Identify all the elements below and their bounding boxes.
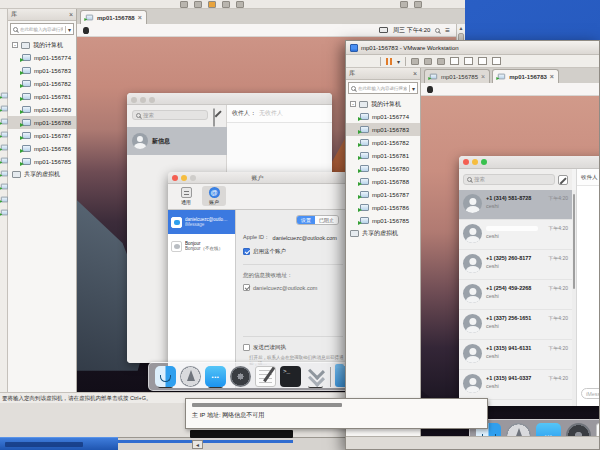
library-search[interactable]: 在此处输入内容进行搜索: [10, 23, 74, 35]
compose-icon[interactable]: [213, 108, 215, 127]
display-icon[interactable]: [379, 27, 388, 33]
close-icon[interactable]: ×: [138, 14, 142, 21]
chevron-down-icon[interactable]: [65, 26, 71, 33]
vm-tree-item[interactable]: mp01-156787: [346, 188, 420, 201]
to-placeholder[interactable]: 无收件人: [259, 109, 283, 118]
zoom-icon[interactable]: [481, 159, 487, 165]
new-message-row[interactable]: 新信息: [127, 127, 227, 155]
scrollbar-thumb[interactable]: [573, 194, 575, 289]
segment-settings[interactable]: 设置: [297, 216, 315, 224]
conversation-row[interactable]: +1 (254) 459-2268 ceshi 下午4:20: [459, 280, 572, 310]
window-titlebar[interactable]: [459, 156, 600, 169]
close-icon[interactable]: ×: [550, 73, 554, 80]
notification-center-icon[interactable]: [445, 26, 450, 35]
tab-accounts[interactable]: @ 账户: [202, 186, 226, 206]
finder-icon[interactable]: [155, 366, 176, 387]
chevron-down-icon[interactable]: [397, 58, 400, 65]
conversation-row[interactable]: +1 (325) 260-8177 ceshi 下午4:20: [459, 250, 572, 280]
send-icon[interactable]: [411, 58, 419, 65]
textedit-icon[interactable]: [255, 366, 276, 387]
clock-icon[interactable]: [424, 58, 432, 65]
conversation-row[interactable]: +1 (337) 256-1651 ceshi 下午4:20: [459, 310, 572, 340]
pause-icon[interactable]: [386, 58, 392, 65]
conversation-row[interactable]: +1 (314) 581-8728 ceshi 下午4:20: [459, 190, 572, 220]
imessage-input[interactable]: iMessage: [581, 388, 600, 399]
search-field[interactable]: 搜索: [132, 110, 208, 120]
scroll-up-icon[interactable]: ▲: [457, 24, 465, 32]
toolbar-icon[interactable]: [400, 1, 408, 8]
toolbar-icon[interactable]: [180, 1, 188, 8]
vm-tree-item[interactable]: mp01-156783: [346, 123, 420, 136]
layout-icon[interactable]: [450, 57, 459, 65]
tree-shared-vms[interactable]: 共享的虚拟机: [8, 168, 76, 180]
conversation-row[interactable]: +1 (315) 941-0337 ceshi 下午4:20: [459, 370, 572, 400]
segmented-control[interactable]: 设置 已阻止: [296, 215, 339, 225]
close-icon[interactable]: ×: [413, 71, 417, 77]
expander-icon[interactable]: [350, 101, 356, 107]
segment-blocked[interactable]: 已阻止: [315, 216, 338, 224]
window-titlebar[interactable]: 账户: [168, 172, 347, 184]
window-titlebar[interactable]: mp01-156783 - VMware Workstation: [346, 41, 599, 55]
close-icon[interactable]: ×: [481, 73, 485, 80]
vm-tree-item[interactable]: mp01-156788: [8, 116, 76, 129]
vm-tree-item[interactable]: mp01-156783: [8, 64, 76, 77]
vm-tree-item[interactable]: mp01-156782: [8, 77, 76, 90]
search-field[interactable]: 搜索: [463, 174, 555, 185]
menubar-clock[interactable]: 周三 下午4:20: [393, 26, 430, 35]
vm-tree-item[interactable]: mp01-156781: [8, 90, 76, 103]
vm-tree-item[interactable]: mp01-156780: [346, 162, 420, 175]
vm-tab[interactable]: mp01-156783 ×: [492, 69, 559, 83]
divider-icon[interactable]: [330, 367, 331, 387]
layout-icon[interactable]: [464, 57, 473, 65]
vm-tree-item[interactable]: mp01-156786: [346, 201, 420, 214]
layout-icon[interactable]: [414, 1, 422, 8]
account-row[interactable]: Bonjour Bonjour（不在线）: [168, 234, 235, 258]
vm-tab[interactable]: mp01-156785 ×: [424, 69, 490, 83]
vm-tree-item[interactable]: mp01-156785: [346, 214, 420, 227]
library-search[interactable]: 在此处输入内容进行搜索: [348, 82, 418, 94]
minimize-icon[interactable]: [472, 159, 478, 165]
vm-tree-item[interactable]: mp01-156782: [346, 136, 420, 149]
close-icon[interactable]: [131, 97, 137, 103]
windows-taskbar-button[interactable]: [0, 437, 118, 450]
apple-icon[interactable]: [83, 27, 89, 34]
snapshot-icon[interactable]: [222, 1, 230, 8]
chevron-down-icon[interactable]: [409, 85, 415, 92]
vm-tree-item[interactable]: mp01-156774: [346, 110, 420, 123]
vm-tree-item[interactable]: mp01-156786: [8, 142, 76, 155]
tree-root-my-computer[interactable]: 我的计算机: [8, 39, 76, 51]
vm-tree-item[interactable]: mp01-156785: [8, 155, 76, 168]
library-panel-header[interactable]: 库 ×: [8, 9, 76, 21]
messages-icon[interactable]: [205, 366, 226, 387]
tab-general[interactable]: 通用: [174, 186, 198, 206]
tree-shared-vms[interactable]: 共享的虚拟机: [346, 227, 420, 239]
conversation-row[interactable]: +1 (315) 941-6131 ceshi 下午4:20: [459, 340, 572, 370]
conversation-row[interactable]: ceshi 下午4:20: [459, 220, 572, 250]
toolbar-icon[interactable]: [194, 1, 202, 8]
library-panel-header[interactable]: 库 ×: [346, 68, 420, 80]
vm-tree-item[interactable]: mp01-156787: [8, 129, 76, 142]
unity-icon[interactable]: [492, 57, 501, 65]
window-titlebar[interactable]: [127, 93, 332, 105]
minimize-icon[interactable]: [140, 97, 146, 103]
tree-root-my-computer[interactable]: 我的计算机: [346, 98, 420, 110]
apple-icon[interactable]: [427, 86, 433, 93]
expander-icon[interactable]: [12, 42, 18, 48]
checkbox-address[interactable]: [243, 284, 250, 291]
scroll-left-icon[interactable]: [192, 440, 203, 449]
pause-icon[interactable]: [208, 1, 216, 8]
spotlight-icon[interactable]: [435, 28, 440, 33]
snapshot-icon[interactable]: [437, 58, 445, 65]
system-preferences-icon[interactable]: [230, 366, 251, 387]
vm-tree-item[interactable]: mp01-156781: [346, 149, 420, 162]
zoom-icon[interactable]: [149, 97, 155, 103]
close-icon[interactable]: [463, 159, 469, 165]
vm-tree-item[interactable]: mp01-156788: [346, 175, 420, 188]
downloads-icon[interactable]: [305, 366, 326, 387]
checkbox-enable-account[interactable]: [243, 248, 250, 255]
terminal-icon[interactable]: [280, 366, 301, 387]
vm-tree-item[interactable]: mp01-156774: [8, 51, 76, 64]
vm-tree-item[interactable]: mp01-156780: [8, 103, 76, 116]
fullscreen-icon[interactable]: [478, 57, 487, 65]
compose-icon[interactable]: [558, 175, 568, 185]
